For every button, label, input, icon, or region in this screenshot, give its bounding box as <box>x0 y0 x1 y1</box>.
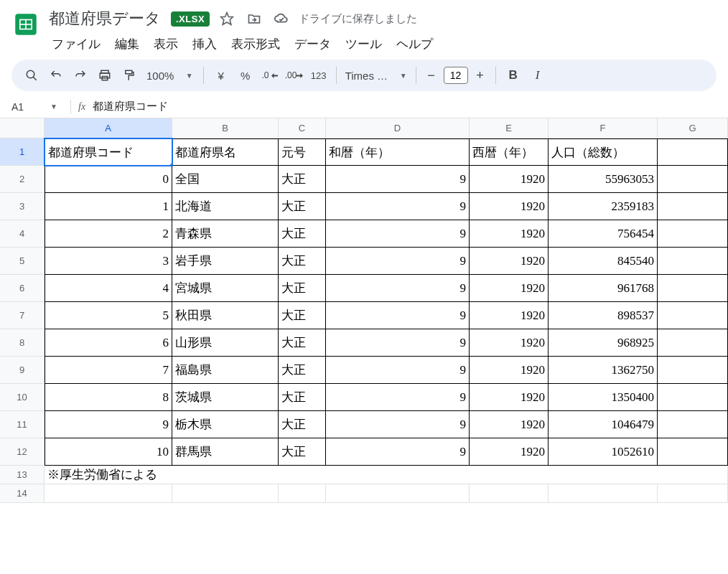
cell-B6[interactable]: 宮城県 <box>172 275 279 302</box>
cell-B4[interactable]: 青森県 <box>172 220 279 248</box>
doc-title[interactable]: 都道府県データ <box>46 6 164 31</box>
menu-tools[interactable]: ツール <box>340 33 388 55</box>
cell-E7[interactable]: 1920 <box>470 302 549 329</box>
cell-C6[interactable]: 大正 <box>279 275 326 302</box>
cell-E11[interactable]: 1920 <box>470 411 549 438</box>
redo-icon[interactable] <box>69 64 92 87</box>
row-header-12[interactable]: 12 <box>0 438 45 466</box>
increase-decimal-button[interactable]: .00 <box>283 64 306 87</box>
currency-button[interactable]: ¥ <box>210 64 233 87</box>
cell-F3[interactable]: 2359183 <box>549 193 658 220</box>
col-header-F[interactable]: F <box>549 118 658 138</box>
cell-B1[interactable]: 都道府県名 <box>172 138 279 166</box>
cloud-icon[interactable] <box>271 9 291 29</box>
cell-C2[interactable]: 大正 <box>279 166 326 193</box>
col-header-C[interactable]: C <box>279 118 326 138</box>
cell-D7[interactable]: 9 <box>326 302 470 329</box>
cell-F11[interactable]: 1046479 <box>549 411 658 438</box>
cell-A1[interactable]: 都道府県コード <box>45 138 172 166</box>
col-header-B[interactable]: B <box>172 118 279 138</box>
cell-E9[interactable]: 1920 <box>470 357 549 384</box>
font-size-input[interactable] <box>444 67 468 84</box>
cell-G7[interactable] <box>658 302 728 329</box>
print-icon[interactable] <box>93 64 116 87</box>
row-header-3[interactable]: 3 <box>0 193 45 220</box>
menu-view[interactable]: 表示 <box>148 33 184 55</box>
cell-D10[interactable]: 9 <box>326 384 470 411</box>
cell-A7[interactable]: 5 <box>45 302 172 329</box>
cell-F9[interactable]: 1362750 <box>549 357 658 384</box>
cell-D11[interactable]: 9 <box>326 411 470 438</box>
cell-G8[interactable] <box>658 329 728 357</box>
cell-G10[interactable] <box>658 384 728 411</box>
cell-F8[interactable]: 968925 <box>549 329 658 357</box>
cell-D12[interactable]: 9 <box>326 438 470 466</box>
cell-C4[interactable]: 大正 <box>279 220 326 248</box>
cell-G12[interactable] <box>658 438 728 466</box>
cell-D1[interactable]: 和暦（年） <box>326 138 470 166</box>
cell-E4[interactable]: 1920 <box>470 220 549 248</box>
select-all-corner[interactable] <box>0 118 45 138</box>
row-header-10[interactable]: 10 <box>0 384 45 411</box>
row-header-2[interactable]: 2 <box>0 166 45 193</box>
cell-B10[interactable]: 茨城県 <box>172 384 279 411</box>
cell-D5[interactable]: 9 <box>326 248 470 275</box>
cell-C8[interactable]: 大正 <box>279 329 326 357</box>
cell-G3[interactable] <box>658 193 728 220</box>
cell-A13[interactable]: ※厚生労働省による <box>45 466 728 484</box>
selection-handle[interactable] <box>169 163 172 166</box>
decrease-decimal-button[interactable]: .0 <box>258 64 281 87</box>
cell-E6[interactable]: 1920 <box>470 275 549 302</box>
cell-F7[interactable]: 898537 <box>549 302 658 329</box>
cell-E10[interactable]: 1920 <box>470 384 549 411</box>
cell-B12[interactable]: 群馬県 <box>172 438 279 466</box>
cell-D2[interactable]: 9 <box>326 166 470 193</box>
zoom-dropdown[interactable]: 100% ▼ <box>142 70 197 82</box>
cell-A10[interactable]: 8 <box>45 384 172 411</box>
spreadsheet-grid[interactable]: 1234567891011121314 ABCDEFG 都道府県コード都道府県名… <box>0 118 728 503</box>
cell-F14[interactable] <box>549 484 658 503</box>
cell-D6[interactable]: 9 <box>326 275 470 302</box>
cell-F2[interactable]: 55963053 <box>549 166 658 193</box>
cell-A5[interactable]: 3 <box>45 248 172 275</box>
decrease-font-button[interactable]: − <box>422 66 441 85</box>
menu-edit[interactable]: 編集 <box>109 33 145 55</box>
cell-E2[interactable]: 1920 <box>470 166 549 193</box>
cell-E8[interactable]: 1920 <box>470 329 549 357</box>
cell-E3[interactable]: 1920 <box>470 193 549 220</box>
cell-A3[interactable]: 1 <box>45 193 172 220</box>
formula-bar[interactable]: 都道府県コード <box>93 100 717 113</box>
cell-C12[interactable]: 大正 <box>279 438 326 466</box>
percent-button[interactable]: % <box>234 64 257 87</box>
number-format-button[interactable]: 123 <box>307 64 330 87</box>
cell-F6[interactable]: 961768 <box>549 275 658 302</box>
col-header-E[interactable]: E <box>470 118 549 138</box>
cell-A2[interactable]: 0 <box>45 166 172 193</box>
search-icon[interactable] <box>20 64 43 87</box>
cell-B2[interactable]: 全国 <box>172 166 279 193</box>
cell-E1[interactable]: 西暦（年） <box>470 138 549 166</box>
increase-font-button[interactable]: + <box>471 66 490 85</box>
row-header-1[interactable]: 1 <box>0 138 45 166</box>
cell-G11[interactable] <box>658 411 728 438</box>
row-header-6[interactable]: 6 <box>0 275 45 302</box>
col-header-G[interactable]: G <box>658 118 728 138</box>
cell-D9[interactable]: 9 <box>326 357 470 384</box>
menu-data[interactable]: データ <box>289 33 337 55</box>
cell-E12[interactable]: 1920 <box>470 438 549 466</box>
undo-icon[interactable] <box>45 64 67 87</box>
cell-A14[interactable] <box>45 484 172 503</box>
cell-B3[interactable]: 北海道 <box>172 193 279 220</box>
row-header-5[interactable]: 5 <box>0 248 45 275</box>
cell-D14[interactable] <box>326 484 470 503</box>
cell-F4[interactable]: 756454 <box>549 220 658 248</box>
row-header-7[interactable]: 7 <box>0 302 45 329</box>
cell-G2[interactable] <box>658 166 728 193</box>
col-header-D[interactable]: D <box>326 118 470 138</box>
cell-F5[interactable]: 845540 <box>549 248 658 275</box>
cell-A6[interactable]: 4 <box>45 275 172 302</box>
cell-F1[interactable]: 人口（総数） <box>549 138 658 166</box>
row-header-8[interactable]: 8 <box>0 329 45 357</box>
name-box[interactable]: A1▼ <box>6 98 63 116</box>
cell-C9[interactable]: 大正 <box>279 357 326 384</box>
